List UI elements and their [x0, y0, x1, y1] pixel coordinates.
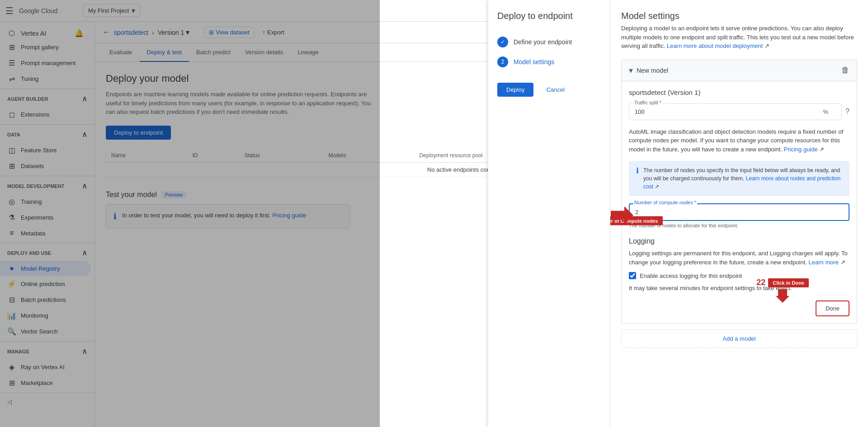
- annotation-22-number: 22: [756, 278, 765, 287]
- logging-title: Logging: [629, 237, 849, 245]
- info-banner-text: The number of nodes you specify in the i…: [643, 166, 842, 191]
- model-settings-desc: Deploying a model to an endpoint lets it…: [621, 24, 857, 51]
- logging-desc: Logging settings are permanent for this …: [629, 249, 849, 267]
- new-model-header-left: ▾ New model: [629, 66, 668, 75]
- compute-nodes-label: Number of compute nodes *: [633, 200, 697, 205]
- model-settings-panel: Model settings Deploying a model to an e…: [610, 0, 868, 427]
- add-model-label: Add a model: [723, 335, 756, 342]
- learn-more-deployment-link[interactable]: Learn more about model deployment: [667, 42, 763, 49]
- cancel-button[interactable]: Cancel: [539, 83, 571, 97]
- model-settings-title: Model settings: [621, 11, 857, 21]
- logging-section: Logging Logging settings are permanent f…: [629, 237, 849, 291]
- annotation-22-label: Click in Done: [768, 278, 809, 287]
- compute-nodes-section: 21 Click & Write The Number of Compute n…: [629, 203, 849, 228]
- collapse-icon[interactable]: ▾: [629, 66, 633, 75]
- logging-checkbox-row: Enable access logging for this endpoint: [629, 272, 849, 279]
- step-1-circle: ✓: [497, 37, 508, 47]
- automl-notice: AutoML image classification and object d…: [629, 127, 849, 154]
- delete-model-icon[interactable]: 🗑: [841, 66, 849, 75]
- deploy-panel: Deploy to endpoint ✓ Define your endpoin…: [488, 0, 868, 427]
- step-2-label: Model settings: [514, 58, 554, 66]
- done-button[interactable]: Done: [816, 300, 849, 316]
- pricing-guide-link[interactable]: Pricing guide: [784, 146, 818, 153]
- traffic-split-input[interactable]: [629, 103, 842, 120]
- learn-more-logging-link[interactable]: Learn more: [809, 259, 839, 266]
- svg-marker-2: [776, 289, 789, 303]
- help-icon[interactable]: ?: [845, 108, 849, 116]
- traffic-suffix: %: [823, 108, 829, 115]
- red-arrow-22: [776, 289, 789, 303]
- step-model-settings[interactable]: 2 Model settings: [497, 52, 601, 72]
- logging-note: It may take several minutes for endpoint…: [629, 285, 849, 291]
- traffic-split-field: Traffic split * % ?: [629, 103, 849, 120]
- deploy-button[interactable]: Deploy: [497, 83, 533, 97]
- enable-logging-label: Enable access logging for this endpoint: [640, 272, 742, 279]
- annotation-22: 22 Click in Done: [756, 278, 809, 303]
- model-body: sportsdetect (Version 1) Traffic split *…: [621, 81, 857, 324]
- model-name: sportsdetect (Version 1): [629, 89, 849, 96]
- info-banner-icon: ℹ: [636, 166, 639, 191]
- red-arrow-21: [611, 206, 633, 225]
- stepper-title: Deploy to endpoint: [497, 11, 601, 21]
- step-1-label: Define your endpoint: [514, 38, 572, 46]
- enable-logging-checkbox[interactable]: [629, 272, 636, 279]
- traffic-field-wrapper: Traffic split * %: [629, 103, 842, 120]
- step-define-endpoint[interactable]: ✓ Define your endpoint: [497, 32, 601, 52]
- traffic-label: Traffic split *: [633, 100, 662, 105]
- info-banner: ℹ The number of nodes you specify in the…: [629, 161, 849, 196]
- add-model-bar[interactable]: Add a model: [621, 329, 857, 348]
- done-section: 22 Click in Done Done: [629, 300, 849, 316]
- new-model-header: ▾ New model 🗑: [621, 60, 857, 81]
- stepper-actions: Deploy Cancel: [497, 83, 601, 97]
- stepper-panel: Deploy to endpoint ✓ Define your endpoin…: [488, 0, 610, 427]
- overlay-backdrop: [0, 0, 380, 427]
- step-2-circle: 2: [497, 56, 508, 67]
- new-model-label: New model: [637, 67, 668, 74]
- traffic-field-row: Traffic split * % ?: [629, 103, 849, 120]
- svg-marker-1: [611, 206, 633, 224]
